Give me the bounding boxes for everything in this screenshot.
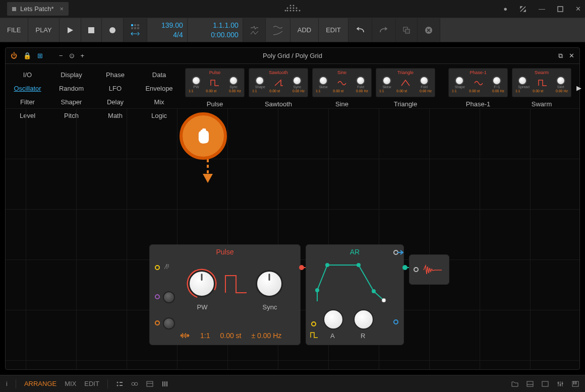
piano-icon[interactable] [572, 381, 579, 387]
category-lfo[interactable]: LFO [93, 82, 137, 95]
port-in-red[interactable] [414, 267, 419, 272]
port-purple[interactable] [155, 294, 160, 299]
tempo-value[interactable]: 139.00 [161, 21, 183, 30]
minimize-icon[interactable]: — [539, 5, 545, 13]
position-display[interactable]: 1.1.1.00 0:00.000 [188, 18, 243, 42]
file-button[interactable]: FILE [0, 18, 28, 42]
hz-value[interactable]: ± 0.00 Hz [252, 332, 282, 340]
grid-canvas[interactable]: Pulse PW Sync 1:1 0.00 st ± 0.00 Hz [6, 108, 579, 369]
category-display[interactable]: Display [49, 68, 93, 82]
small-knob-1[interactable] [163, 291, 175, 303]
close-icon[interactable]: ✕ [575, 5, 581, 13]
pw-knob[interactable] [188, 270, 215, 297]
grid-panel: ⏻ 🔒 ⊞ − ⊙ + Poly Grid / Poly Grid ⧉ ✕ I/… [5, 47, 580, 370]
collapse-icon[interactable] [519, 6, 526, 13]
module-ar[interactable]: AR A R [306, 244, 404, 345]
category-mix[interactable]: Mix [137, 95, 181, 109]
module-thumb-phase-1[interactable]: Phase-1 Shape F÷1 1:10.00 st0.00 Hz Phas… [448, 68, 508, 108]
tempo-display[interactable]: 139.00 4/4 [147, 18, 188, 42]
port-blue-ar[interactable] [393, 319, 398, 324]
category-oscillator[interactable]: Oscillator [6, 82, 49, 95]
category-phase[interactable]: Phase [93, 68, 137, 82]
view-icon-1[interactable] [116, 380, 123, 387]
arrange-tab[interactable]: ARRANGE [24, 380, 56, 387]
tab-close-icon[interactable]: × [60, 5, 64, 13]
module-thumb-pulse[interactable]: Pulse PW Sync 1:10.00 st0.00 Hz Pulse [185, 68, 245, 108]
mix-tab[interactable]: MIX [65, 380, 76, 387]
port-out-teal[interactable] [402, 265, 407, 270]
undo-icon[interactable] [348, 18, 372, 42]
zoom-fit-icon[interactable]: ⊙ [69, 52, 75, 59]
position-value[interactable]: 1.1.1.00 [213, 21, 239, 30]
module-thumb-triangle[interactable]: Triangle Skew Fold 1:10.00 st0.00 Hz Tri… [376, 68, 435, 108]
document-tab[interactable]: Lets Patch* × [7, 2, 69, 16]
category-data[interactable]: Data [137, 68, 181, 82]
svg-point-42 [558, 382, 559, 383]
grid-view-icon[interactable]: ⊞ [37, 52, 43, 59]
svg-point-23 [372, 289, 376, 293]
panel-close-icon[interactable]: ✕ [569, 52, 574, 60]
category-delay[interactable]: Delay [93, 95, 137, 109]
popout-icon[interactable]: ⧉ [558, 52, 563, 60]
power-icon[interactable]: ⏻ [11, 52, 17, 59]
curve-tools[interactable] [266, 18, 290, 42]
folder-icon[interactable] [511, 381, 518, 387]
tab-title: Lets Patch* [20, 5, 54, 13]
svg-point-7 [287, 10, 288, 12]
category-filter[interactable]: Filter [6, 95, 49, 109]
maximize-icon[interactable] [557, 6, 563, 12]
ar-envelope-display [313, 260, 394, 305]
panel-icon-1[interactable] [526, 381, 534, 387]
time-value[interactable]: 0:00.000 [211, 30, 239, 39]
add-button[interactable]: ADD [290, 18, 319, 42]
play-label-button[interactable]: PLAY [28, 18, 59, 42]
delete-icon[interactable] [418, 18, 440, 42]
module-thumb-sine[interactable]: Sine Skew Fold 1:10.00 st0.00 Hz Sine [312, 68, 372, 108]
redo-icon[interactable] [372, 18, 396, 42]
category-i/o[interactable]: I/O [6, 68, 49, 82]
mixer-icon[interactable] [557, 381, 564, 387]
svg-rect-47 [575, 381, 576, 384]
svg-rect-12 [558, 7, 563, 12]
small-knob-2[interactable] [163, 317, 175, 330]
info-icon[interactable]: i [6, 380, 8, 387]
module-output[interactable] [409, 254, 449, 285]
port-orange[interactable] [155, 320, 160, 325]
view-icon-3[interactable] [146, 380, 153, 387]
r-knob[interactable] [354, 309, 374, 330]
phase-icon [163, 263, 171, 271]
timesig-value[interactable]: 4/4 [173, 30, 183, 39]
zoom-out-icon[interactable]: − [59, 52, 63, 59]
keytrack-icon[interactable] [180, 332, 190, 339]
edit-button[interactable]: EDIT [319, 18, 348, 42]
ratio-value[interactable]: 1:1 [200, 332, 210, 340]
svg-point-8 [290, 10, 291, 12]
play-icon[interactable] [60, 18, 81, 42]
lock-icon[interactable]: 🔒 [23, 52, 31, 59]
panel-icon-2[interactable] [542, 381, 549, 387]
sync-knob[interactable] [256, 270, 283, 297]
category-envelope[interactable]: Envelope [137, 82, 181, 95]
st-value[interactable]: 0.00 st [220, 332, 241, 340]
view-icon-4[interactable] [161, 380, 168, 387]
svg-rect-34 [164, 381, 165, 386]
view-icon-2[interactable] [131, 380, 138, 387]
module-thumb-swarm[interactable]: Swarm Spread Skirt 1:10.00 st0.00 Hz Swa… [512, 68, 571, 108]
category-shaper[interactable]: Shaper [49, 95, 93, 109]
a-knob[interactable] [323, 309, 343, 330]
category-random[interactable]: Random [49, 82, 93, 95]
module-thumb-sawtooth[interactable]: Sawtooth Shape Sync 1:10.00 st0.00 Hz Sa… [249, 68, 308, 108]
port-yellow[interactable] [155, 265, 160, 270]
port-out-red[interactable] [299, 265, 304, 270]
port-yellow-ar[interactable] [311, 321, 316, 326]
svg-point-5 [296, 8, 298, 9]
loop-grid-toggle[interactable] [124, 18, 147, 42]
module-pulse[interactable]: Pulse PW Sync 1:1 0.00 st ± 0.00 Hz [149, 244, 301, 345]
zoom-in-icon[interactable]: + [81, 52, 85, 59]
record-icon[interactable] [102, 18, 124, 42]
stop-icon[interactable] [81, 18, 102, 42]
edit-tab[interactable]: EDIT [84, 380, 99, 387]
automation-toggle[interactable] [243, 18, 266, 42]
scroll-right-icon[interactable]: ▶ [576, 84, 581, 92]
copy-icon[interactable] [396, 18, 418, 42]
